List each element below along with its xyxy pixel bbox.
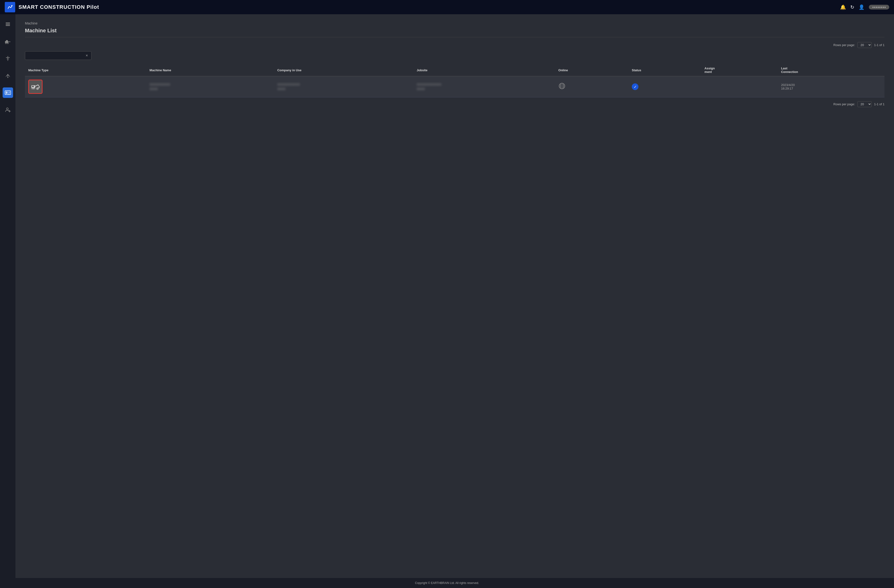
jobsite-cell: XXXXXXXXXXXXXXXX	[413, 76, 555, 97]
col-last-connection: LastConnection	[778, 64, 885, 76]
main-content: Machine Machine List Rows per page: 20 5…	[15, 14, 894, 578]
sidebar-item-user-add[interactable]	[3, 104, 13, 115]
col-status: Status	[628, 64, 701, 76]
table-controls-bottom: Rows per page: 20 50 100 1-1 of 1	[25, 101, 885, 107]
svg-line-24	[38, 85, 39, 87]
app-footer: Copyright © EARTHBRAIN Ltd. All rights r…	[0, 578, 894, 588]
breadcrumb: Machine	[25, 21, 885, 25]
sidebar-item-signal[interactable]	[3, 70, 13, 81]
svg-text:★: ★	[37, 88, 38, 89]
rows-per-page-label-bottom: Rows per page:	[834, 103, 855, 106]
rows-per-page-select[interactable]: 20 50 100	[858, 42, 872, 48]
search-bar: ×	[25, 51, 91, 60]
user-label[interactable]: ●●●●●●●●	[869, 5, 889, 9]
table-row[interactable]: ★ XXXXXXXXXXXXXX XXXXXXXXXXXXXXX XXXXXXX…	[25, 76, 885, 97]
sidebar-item-machine[interactable]	[3, 36, 13, 47]
search-input[interactable]	[29, 54, 86, 57]
last-connection-cell: 2023/4/2016:29:17	[778, 76, 885, 97]
col-jobsite: Jobsite	[413, 64, 555, 76]
rows-per-page-select-bottom[interactable]: 20 50 100	[858, 101, 872, 107]
svg-rect-3	[6, 25, 10, 26]
footer-text: Copyright © EARTHBRAIN Ltd. All rights r…	[415, 581, 479, 585]
col-machine-name: Machine Name	[146, 64, 274, 76]
machine-name-cell: XXXXXXXXXXXXXX	[146, 76, 274, 97]
sidebar-item-survey[interactable]	[3, 53, 13, 63]
app-title: SMART CONSTRUCTION Pilot	[18, 4, 840, 10]
company-in-use-cell: XXXXXXXXXXXXXXX	[274, 76, 413, 97]
svg-rect-5	[6, 40, 8, 41]
app-logo	[5, 2, 15, 12]
svg-rect-1	[6, 23, 10, 23]
svg-point-12	[8, 77, 8, 78]
notification-icon[interactable]: 🔔	[840, 4, 846, 10]
sidebar-item-layers[interactable]	[3, 19, 13, 29]
svg-rect-22	[32, 86, 34, 87]
table-body: ★ XXXXXXXXXXXXXX XXXXXXXXXXXXXXX XXXXXXX…	[25, 76, 885, 97]
sidebar-item-id[interactable]	[3, 88, 13, 98]
table-controls-top: Rows per page: 20 50 100 1-1 of 1	[25, 42, 885, 48]
header-icons: 🔔 ↻ 👤 ●●●●●●●●	[840, 4, 889, 10]
app-header: SMART CONSTRUCTION Pilot 🔔 ↻ 👤 ●●●●●●●●	[0, 0, 894, 14]
svg-point-26	[31, 88, 32, 89]
status-cell: ✓	[628, 76, 701, 97]
status-check-icon: ✓	[632, 83, 639, 90]
refresh-icon[interactable]: ↻	[850, 4, 854, 10]
account-icon[interactable]: 👤	[859, 4, 865, 10]
svg-rect-14	[6, 91, 8, 94]
svg-point-27	[34, 88, 35, 89]
col-company-in-use: Company in Use	[274, 64, 413, 76]
sidebar	[0, 14, 15, 578]
online-cell	[555, 76, 628, 97]
assignment-cell	[701, 76, 778, 97]
page-title: Machine List	[25, 27, 885, 37]
machine-type-icon: ★	[28, 80, 42, 94]
table-header: Machine Type Machine Name Company in Use…	[25, 64, 885, 76]
svg-point-18	[6, 108, 8, 110]
svg-point-7	[7, 43, 8, 44]
app-body: Machine Machine List Rows per page: 20 5…	[0, 14, 894, 578]
pagination-bottom: 1-1 of 1	[874, 103, 885, 106]
svg-line-23	[35, 85, 38, 86]
pagination-top: 1-1 of 1	[874, 43, 885, 47]
rows-per-page-label: Rows per page:	[834, 43, 855, 47]
col-assignment: Assignment	[701, 64, 778, 76]
search-clear-button[interactable]: ×	[86, 53, 88, 58]
machine-table: Machine Type Machine Name Company in Use…	[25, 64, 885, 97]
svg-point-0	[11, 5, 13, 6]
svg-point-6	[5, 43, 6, 44]
svg-rect-8	[8, 42, 11, 42]
col-machine-type: Machine Type	[25, 64, 146, 76]
machine-type-cell[interactable]: ★	[25, 76, 146, 97]
online-globe-icon	[559, 84, 566, 91]
col-online: Online	[555, 64, 628, 76]
svg-rect-2	[6, 24, 10, 25]
